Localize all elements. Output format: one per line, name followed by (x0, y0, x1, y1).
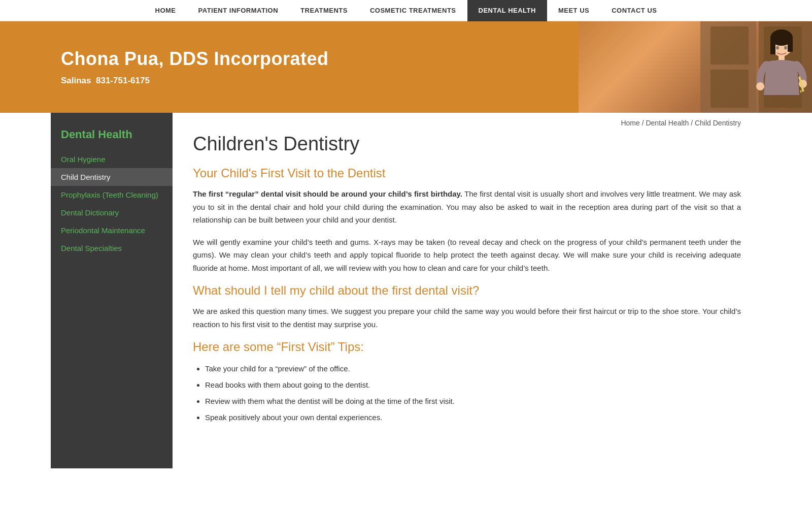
nav-item-cosmetic[interactable]: COSMETIC TREATMENTS (359, 7, 467, 14)
list-item: Speak positively about your own dental e… (205, 410, 741, 425)
hero-banner: Chona Pua, DDS Incorporated Salinas 831-… (0, 21, 812, 113)
nav-item-meet[interactable]: MEET US (547, 7, 600, 14)
svg-point-15 (776, 46, 779, 50)
hero-subtitle: Salinas 831-751-6175 (61, 76, 579, 86)
sidebar-link-oral-hygiene[interactable]: Oral Hygiene (51, 150, 173, 168)
nav-item-dental-health[interactable]: DENTAL HEALTH (467, 0, 547, 21)
hero-woman-svg (700, 21, 812, 113)
svg-point-11 (756, 82, 764, 90)
svg-rect-9 (788, 39, 793, 52)
main-nav: HOME PATIENT INFORMATION TREATMENTS COSM… (0, 0, 812, 21)
sidebar-link-dental-specialties[interactable]: Dental Specialties (51, 239, 173, 257)
breadcrumb-home[interactable]: Home (621, 119, 639, 127)
breadcrumb-section[interactable]: Dental Health (646, 119, 689, 127)
intro-paragraph: The first “regular” dental visit should … (193, 187, 741, 227)
hero-photo-bg (579, 21, 812, 113)
breadcrumb-sep2: / (691, 119, 695, 127)
nav-item-patient[interactable]: PATIENT INFORMATION (187, 7, 290, 14)
nav-item-treatments[interactable]: TREATMENTS (289, 7, 359, 14)
sidebar-title: Dental Health (51, 123, 173, 150)
sidebar: Dental Health Oral Hygiene Child Dentist… (51, 113, 173, 468)
list-item: Read books with them about going to the … (205, 377, 741, 393)
svg-rect-3 (710, 70, 749, 108)
breadcrumb: Home / Dental Health / Child Dentistry (193, 113, 741, 131)
main-content: Home / Dental Health / Child Dentistry C… (173, 113, 761, 468)
nav-item-home[interactable]: HOME (144, 7, 187, 14)
hero-text-area: Chona Pua, DDS Incorporated Salinas 831-… (0, 21, 579, 113)
hero-city: Salinas (61, 76, 91, 85)
tips-list: Take your child for a “preview” of the o… (193, 361, 741, 425)
page-title: Children's Dentistry (193, 133, 741, 155)
section1-heading: Your Child's First Visit to the Dentist (193, 166, 741, 180)
main-layout: Dental Health Oral Hygiene Child Dentist… (51, 113, 761, 468)
section3-heading: Here are some “First Visit” Tips: (193, 340, 741, 354)
para2: We will gently examine your child’s teet… (193, 236, 741, 275)
list-item: Take your child for a “preview” of the o… (205, 361, 741, 376)
sidebar-link-prophylaxis[interactable]: Prophylaxis (Teeth Cleaning) (51, 186, 173, 204)
intro-bold: The first “regular” dental visit should … (193, 189, 462, 198)
sidebar-link-periodontal[interactable]: Periodontal Maintenance (51, 221, 173, 239)
svg-rect-8 (770, 39, 775, 54)
hero-image (579, 21, 812, 113)
sidebar-link-child-dentistry[interactable]: Child Dentistry (51, 168, 173, 186)
hero-phone: 831-751-6175 (96, 76, 150, 85)
nav-item-contact[interactable]: CONTACT US (600, 7, 668, 14)
svg-rect-2 (710, 26, 749, 65)
hero-title: Chona Pua, DDS Incorporated (61, 48, 579, 70)
section2-heading: What should I tell my child about the fi… (193, 283, 741, 298)
breadcrumb-current: Child Dentistry (695, 119, 741, 127)
sidebar-link-dental-dictionary[interactable]: Dental Dictionary (51, 204, 173, 221)
para3: We are asked this question many times. W… (193, 305, 741, 331)
svg-point-16 (784, 46, 787, 50)
list-item: Review with them what the dentist will b… (205, 394, 741, 409)
